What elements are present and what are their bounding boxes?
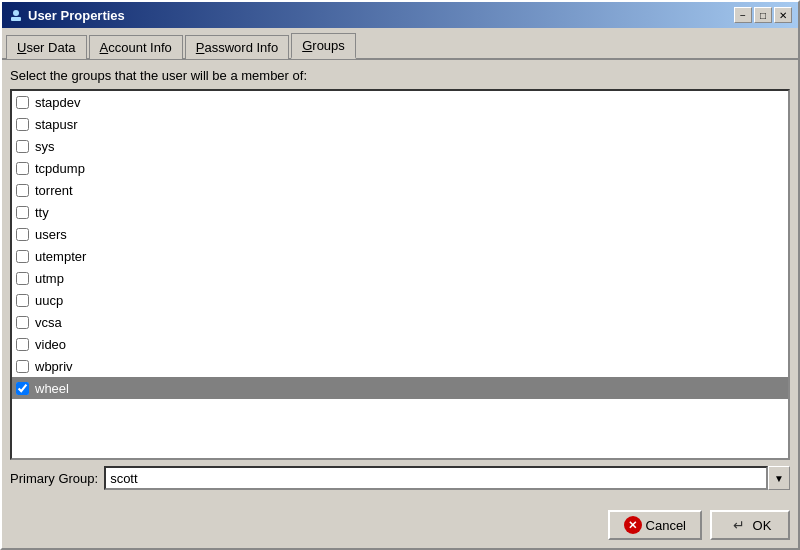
ok-label: OK — [753, 518, 772, 533]
window-title: User Properties — [28, 8, 125, 23]
group-label-users: users — [35, 227, 67, 242]
group-label-uucp: uucp — [35, 293, 63, 308]
list-item[interactable]: sys — [12, 135, 788, 157]
groups-list[interactable]: stapdevstapusrsystcpdumptorrentttyusersu… — [10, 89, 790, 460]
window: User Properties − □ ✕ User Data Account … — [0, 0, 800, 550]
group-checkbox-tcpdump[interactable] — [16, 162, 29, 175]
ok-icon: ↵ — [729, 517, 749, 533]
group-label-video: video — [35, 337, 66, 352]
group-checkbox-tty[interactable] — [16, 206, 29, 219]
tab-user-data[interactable]: User Data — [6, 35, 87, 59]
svg-rect-1 — [11, 17, 21, 21]
group-checkbox-utempter[interactable] — [16, 250, 29, 263]
list-item[interactable]: tcpdump — [12, 157, 788, 179]
list-item[interactable]: utmp — [12, 267, 788, 289]
titlebar-left: User Properties — [8, 7, 125, 23]
primary-group-dropdown[interactable]: ▼ — [768, 466, 790, 490]
group-checkbox-stapdev[interactable] — [16, 96, 29, 109]
list-item[interactable]: video — [12, 333, 788, 355]
main-content: Select the groups that the user will be … — [2, 60, 798, 506]
group-label-tty: tty — [35, 205, 49, 220]
titlebar: User Properties − □ ✕ — [2, 2, 798, 28]
group-label-stapdev: stapdev — [35, 95, 81, 110]
group-label-sys: sys — [35, 139, 55, 154]
group-label-torrent: torrent — [35, 183, 73, 198]
svg-point-0 — [13, 10, 19, 16]
group-checkbox-sys[interactable] — [16, 140, 29, 153]
group-label-utmp: utmp — [35, 271, 64, 286]
close-button[interactable]: ✕ — [774, 7, 792, 23]
footer: ✕ Cancel ↵ OK — [2, 506, 798, 548]
instruction-text: Select the groups that the user will be … — [10, 68, 790, 83]
tab-groups[interactable]: Groups — [291, 33, 356, 59]
list-item[interactable]: wheel — [12, 377, 788, 399]
titlebar-buttons: − □ ✕ — [734, 7, 792, 23]
group-checkbox-uucp[interactable] — [16, 294, 29, 307]
list-item[interactable]: stapusr — [12, 113, 788, 135]
primary-group-label: Primary Group: — [10, 471, 98, 486]
group-label-stapusr: stapusr — [35, 117, 78, 132]
tab-password-info[interactable]: Password Info — [185, 35, 289, 59]
list-item[interactable]: users — [12, 223, 788, 245]
list-item[interactable]: uucp — [12, 289, 788, 311]
primary-group-input[interactable] — [104, 466, 768, 490]
minimize-button[interactable]: − — [734, 7, 752, 23]
group-checkbox-utmp[interactable] — [16, 272, 29, 285]
group-label-vcsa: vcsa — [35, 315, 62, 330]
group-label-utempter: utempter — [35, 249, 86, 264]
primary-group-row: Primary Group: ▼ — [10, 466, 790, 490]
group-label-wbpriv: wbpriv — [35, 359, 73, 374]
group-label-tcpdump: tcpdump — [35, 161, 85, 176]
list-item[interactable]: utempter — [12, 245, 788, 267]
group-checkbox-wheel[interactable] — [16, 382, 29, 395]
group-checkbox-video[interactable] — [16, 338, 29, 351]
cancel-icon: ✕ — [624, 516, 642, 534]
cancel-button[interactable]: ✕ Cancel — [608, 510, 702, 540]
group-checkbox-vcsa[interactable] — [16, 316, 29, 329]
group-label-wheel: wheel — [35, 381, 69, 396]
list-item[interactable]: vcsa — [12, 311, 788, 333]
list-item[interactable]: tty — [12, 201, 788, 223]
group-checkbox-users[interactable] — [16, 228, 29, 241]
tabs-bar: User Data Account Info Password Info Gro… — [2, 28, 798, 60]
group-checkbox-torrent[interactable] — [16, 184, 29, 197]
window-icon — [8, 7, 24, 23]
group-checkbox-wbpriv[interactable] — [16, 360, 29, 373]
group-checkbox-stapusr[interactable] — [16, 118, 29, 131]
list-item[interactable]: torrent — [12, 179, 788, 201]
list-item[interactable]: wbpriv — [12, 355, 788, 377]
ok-button[interactable]: ↵ OK — [710, 510, 790, 540]
tab-account-info[interactable]: Account Info — [89, 35, 183, 59]
list-item[interactable]: stapdev — [12, 91, 788, 113]
maximize-button[interactable]: □ — [754, 7, 772, 23]
cancel-label: Cancel — [646, 518, 686, 533]
